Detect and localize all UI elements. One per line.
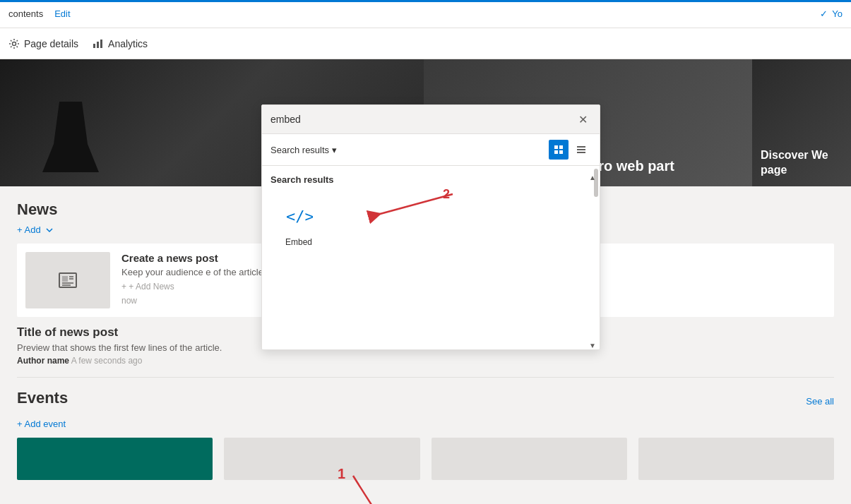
author-line: Author name A few seconds ago xyxy=(17,356,834,366)
news-card-content: Create a news post Keep your audience e … xyxy=(121,252,266,308)
edit-link[interactable]: Edit xyxy=(54,8,70,19)
checkmark-icon: ✓ xyxy=(820,8,828,19)
event-card-3[interactable] xyxy=(432,438,627,480)
embed-label: Embed xyxy=(285,237,312,247)
panel-close-button[interactable]: ✕ xyxy=(574,111,591,128)
events-header: Events See all xyxy=(17,389,834,413)
svg-point-0 xyxy=(13,42,16,45)
filter-text: Search results xyxy=(270,145,329,155)
create-news-body: Keep your audience e of the article. xyxy=(121,267,266,277)
see-all-link[interactable]: See all xyxy=(806,396,834,407)
add-news-cta: + Add News xyxy=(129,282,174,292)
svg-rect-13 xyxy=(554,145,558,149)
grid-icon xyxy=(554,145,564,155)
svg-rect-14 xyxy=(559,145,563,149)
list-icon xyxy=(576,145,586,155)
hero-right-panel: Discover We page xyxy=(752,59,851,186)
filter-chevron-icon: ▾ xyxy=(332,145,337,155)
section-divider xyxy=(17,377,834,378)
panel-search-input[interactable] xyxy=(270,114,574,125)
list-view-button[interactable] xyxy=(571,140,591,160)
blue-accent-line xyxy=(0,0,851,2)
panel-filter-row: Search results ▾ xyxy=(262,134,600,166)
news-timestamp: now xyxy=(121,296,266,306)
events-title: Events xyxy=(17,389,68,407)
time-ago: A few seconds ago xyxy=(71,356,143,366)
svg-rect-15 xyxy=(554,150,558,154)
svg-rect-5 xyxy=(62,276,68,282)
contents-link[interactable]: contents xyxy=(8,8,43,19)
webpart-search-panel: ✕ Search results ▾ xyxy=(261,104,600,350)
close-icon: ✕ xyxy=(578,113,588,126)
event-cards-row xyxy=(17,438,834,480)
second-toolbar: Page details Analytics xyxy=(0,28,851,59)
panel-section-title: Search results xyxy=(270,174,591,185)
event-card-4[interactable] xyxy=(638,438,834,480)
svg-rect-3 xyxy=(100,40,102,48)
add-news-label: + Add xyxy=(17,224,41,235)
add-event-label: + Add event xyxy=(17,419,66,429)
add-news-action[interactable]: + + Add News xyxy=(121,282,266,292)
article-suffix-1: of the article. xyxy=(213,267,266,277)
grid-view-button[interactable] xyxy=(549,140,569,160)
panel-search-bar: ✕ xyxy=(262,105,600,134)
add-event-row[interactable]: + Add event xyxy=(17,419,834,429)
hero-right-text: Discover We page xyxy=(761,148,843,178)
page-details-item[interactable]: Page details xyxy=(8,38,78,49)
gear-icon xyxy=(8,38,20,49)
analytics-label: Analytics xyxy=(108,38,148,49)
svg-rect-16 xyxy=(559,150,563,154)
chevron-down-icon xyxy=(45,226,54,234)
author-name: Author name xyxy=(17,356,69,366)
top-bar-right: ✓ Yo xyxy=(820,8,843,19)
panel-body: Search results </> Embed 2 xyxy=(262,166,600,349)
analytics-item[interactable]: Analytics xyxy=(93,38,148,49)
panel-scrollbar[interactable] xyxy=(594,166,598,349)
svg-rect-2 xyxy=(97,42,99,48)
event-card-2[interactable] xyxy=(224,438,419,480)
top-bar: contents Edit ✓ Yo xyxy=(0,0,851,28)
news-thumbnail xyxy=(25,252,110,308)
add-news-plus: + xyxy=(121,282,129,292)
create-news-heading: Create a news post xyxy=(121,252,266,264)
scrollbar-thumb xyxy=(594,169,598,197)
yo-label: Yo xyxy=(832,8,843,19)
panel-view-toggle xyxy=(549,140,591,160)
news-icon xyxy=(56,269,79,292)
annotation-arrow-2: 2 xyxy=(304,187,460,229)
svg-rect-1 xyxy=(93,44,95,48)
panel-filter-label[interactable]: Search results ▾ xyxy=(270,145,337,155)
svg-text:2: 2 xyxy=(443,187,450,201)
page-details-label: Page details xyxy=(24,38,78,49)
event-card-1[interactable] xyxy=(17,438,213,480)
analytics-icon xyxy=(93,38,104,49)
